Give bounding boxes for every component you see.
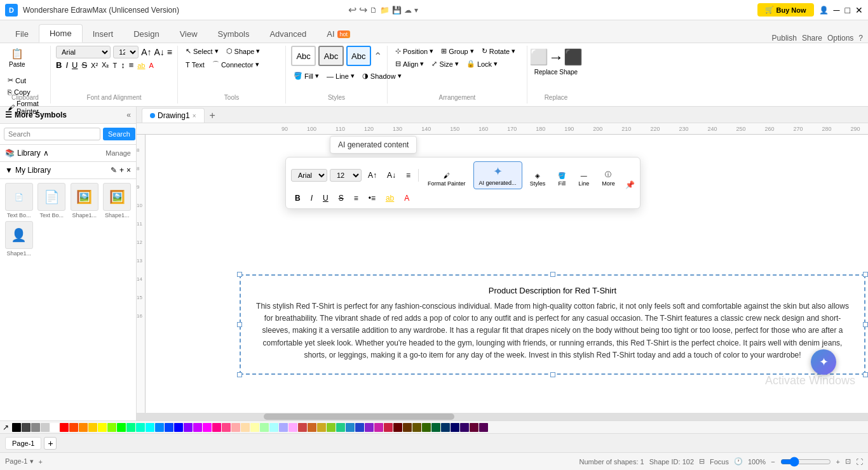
sel-handle-tr[interactable] <box>863 272 868 277</box>
undo-btn[interactable]: ↩ <box>348 4 356 16</box>
content-box-wrapper[interactable]: Product Description for Red T-Shirt This… <box>240 274 865 375</box>
canvas-page[interactable]: AI generated content Arial 12 A↑ A↓ ≡ <box>146 135 868 413</box>
font-family-select[interactable]: Arial <box>56 46 111 58</box>
save-cloud-btn[interactable]: ☁ <box>404 6 412 15</box>
new-btn[interactable]: 🗋 <box>370 6 377 15</box>
font-size-select[interactable]: 12 <box>113 46 139 58</box>
ft-list-btn[interactable]: ≡ <box>350 192 362 205</box>
italic-btn[interactable]: I <box>65 60 68 70</box>
increase-font-btn[interactable]: A↑ <box>141 47 151 57</box>
color-swatch[interactable] <box>98 423 107 432</box>
color-swatch[interactable] <box>355 423 364 432</box>
drawing-tab-1[interactable]: Drawing1 × <box>142 108 205 123</box>
sel-handle-tm[interactable] <box>550 272 555 277</box>
superscript-btn[interactable]: X² <box>91 62 98 69</box>
zoom-out-btn[interactable]: − <box>771 458 775 466</box>
tab-insert[interactable]: Insert <box>83 25 124 43</box>
color-swatch[interactable] <box>136 423 145 432</box>
scrollbar-horizontal[interactable] <box>137 413 868 420</box>
close-library-btn[interactable]: × <box>126 166 131 175</box>
color-swatch[interactable] <box>327 423 336 432</box>
color-swatch[interactable] <box>393 423 402 432</box>
tab-design[interactable]: Design <box>123 25 169 43</box>
strikethrough-btn[interactable]: S <box>81 60 87 70</box>
color-swatch[interactable] <box>403 423 412 432</box>
buy-now-button[interactable]: 🛒 Buy Now <box>757 3 814 17</box>
fill-btn[interactable]: 🪣 Fill ▾ <box>291 70 322 81</box>
select-btn[interactable]: ↖ Select ▾ <box>183 46 221 57</box>
sel-handle-ml[interactable] <box>237 322 242 327</box>
color-swatch[interactable] <box>107 423 116 432</box>
tab-file[interactable]: File <box>5 25 39 43</box>
ft-underline-btn[interactable]: U <box>319 192 332 205</box>
style-box-2[interactable]: Abc <box>318 46 343 66</box>
ft-size-select[interactable]: 12 <box>330 169 362 182</box>
color-swatch[interactable] <box>41 423 50 432</box>
add-page-status-btn[interactable]: + <box>39 458 43 466</box>
connector-btn[interactable]: ⌒ Connector ▾ <box>210 58 262 70</box>
save-btn[interactable]: 💾 <box>392 6 402 15</box>
color-swatch[interactable] <box>60 423 69 432</box>
publish-btn[interactable]: Publish <box>772 34 797 43</box>
sel-handle-br[interactable] <box>863 372 868 377</box>
list-item[interactable]: 🖼️ Shape1... <box>69 183 100 218</box>
shape-btn[interactable]: ⬡ Shape ▾ <box>224 46 263 57</box>
zoom-in-btn[interactable]: + <box>836 458 840 466</box>
color-swatch[interactable] <box>422 423 431 432</box>
color-swatch[interactable] <box>69 423 78 432</box>
edit-library-btn[interactable]: ✎ <box>111 166 117 175</box>
layers-btn[interactable]: ⊟ <box>699 457 705 466</box>
color-swatch[interactable] <box>346 423 355 432</box>
paste-btn[interactable]: 📋 Paste <box>5 46 29 70</box>
add-tab-btn[interactable]: + <box>207 110 218 121</box>
minimize-btn[interactable]: ─ <box>834 5 840 15</box>
line-spacing-btn[interactable]: ↕ <box>121 60 125 70</box>
color-swatch[interactable] <box>288 423 297 432</box>
close-btn[interactable]: ✕ <box>855 5 863 15</box>
canvas-scroll[interactable]: AI generated content Arial 12 A↑ A↓ ≡ <box>137 135 868 413</box>
list-item[interactable]: 📄 Text Bo... <box>37 183 67 218</box>
lock-btn[interactable]: 🔒 Lock ▾ <box>464 58 500 69</box>
color-swatch[interactable] <box>279 423 288 432</box>
rotate-btn[interactable]: ↻ Rotate ▾ <box>479 46 518 57</box>
open-btn[interactable]: 📁 <box>380 6 390 15</box>
share-btn[interactable]: Share <box>802 34 822 43</box>
color-swatch[interactable] <box>298 423 307 432</box>
more-btn[interactable]: ▾ <box>414 6 418 15</box>
zoom-slider[interactable] <box>780 457 831 467</box>
close-tab-btn[interactable]: × <box>193 112 196 119</box>
focus-btn[interactable]: Focus <box>710 458 729 466</box>
ft-fill-btn[interactable]: 🪣 Fill <box>553 170 571 189</box>
tab-advanced[interactable]: Advanced <box>259 25 316 43</box>
color-swatch[interactable] <box>165 423 173 432</box>
color-swatch[interactable] <box>441 423 450 432</box>
maximize-btn[interactable]: □ <box>845 5 850 15</box>
color-swatch[interactable] <box>50 423 59 432</box>
ft-line-btn[interactable]: — Line <box>573 170 594 189</box>
sel-handle-tl[interactable] <box>237 272 242 277</box>
help-btn[interactable]: ? <box>858 34 863 43</box>
page-dropdown-btn[interactable]: ▾ <box>30 457 34 465</box>
ft-bold-btn[interactable]: B <box>291 192 304 205</box>
color-swatch[interactable] <box>126 423 135 432</box>
color-swatch[interactable] <box>470 423 478 432</box>
color-swatch[interactable] <box>451 423 459 432</box>
color-swatch[interactable] <box>212 423 221 432</box>
tab-home[interactable]: Home <box>39 24 83 43</box>
bold-btn[interactable]: B <box>56 60 62 70</box>
align-btn[interactable]: ≡ <box>167 47 172 57</box>
ft-font-select[interactable]: Arial <box>291 169 327 182</box>
color-swatch[interactable] <box>231 423 240 432</box>
manage-btn[interactable]: Manage <box>105 149 131 157</box>
options-btn[interactable]: Options <box>827 34 853 43</box>
collapse-panel-btn[interactable]: « <box>126 111 131 119</box>
style-box-3[interactable]: Abc <box>346 46 371 66</box>
color-swatch[interactable] <box>12 423 21 432</box>
cut-btn[interactable]: ✂ Cut <box>5 75 45 86</box>
list-item[interactable]: 🖼️ Shape1... <box>102 183 133 218</box>
color-swatch[interactable] <box>31 423 40 432</box>
color-swatch[interactable] <box>22 423 31 432</box>
style-expand-btn[interactable]: ⌃ <box>374 50 382 62</box>
font-color-btn[interactable]: A <box>149 62 154 69</box>
ft-italic-btn[interactable]: I <box>307 192 316 205</box>
